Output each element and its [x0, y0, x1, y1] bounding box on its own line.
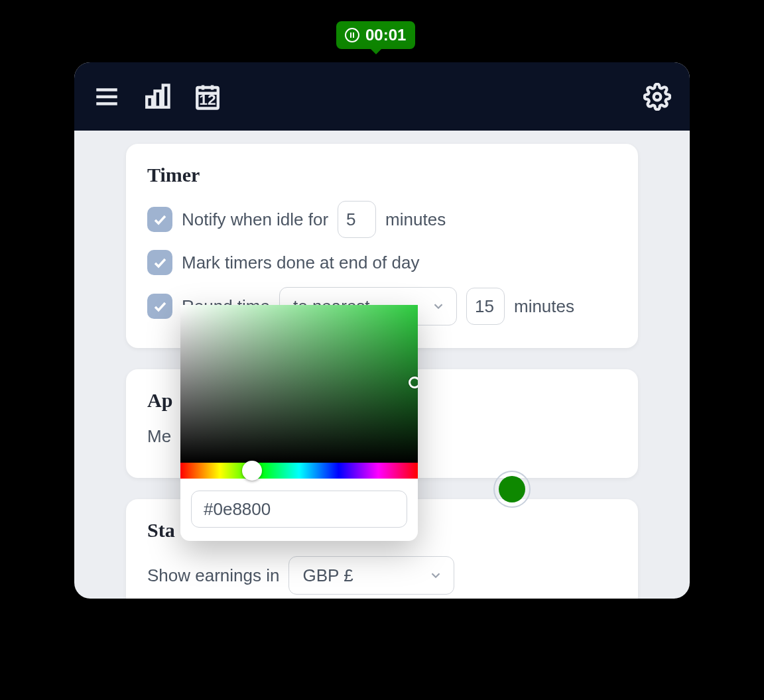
hue-thumb[interactable]	[242, 461, 262, 481]
round-checkbox[interactable]	[147, 294, 172, 319]
saturation-field[interactable]	[180, 305, 418, 463]
calendar-icon[interactable]: 12	[194, 83, 222, 111]
idle-minutes-input[interactable]	[338, 201, 376, 238]
color-swatch-inner	[499, 476, 525, 502]
color-swatch[interactable]	[493, 471, 531, 508]
idle-label-pre: Notify when idle for	[182, 209, 328, 230]
earnings-row: Show earnings in GBP £	[147, 556, 617, 595]
idle-checkbox[interactable]	[147, 207, 172, 232]
menu-icon[interactable]	[93, 83, 121, 111]
earnings-label: Show earnings in	[147, 565, 279, 586]
gear-icon[interactable]	[643, 83, 671, 111]
menu-color-label: Me	[147, 426, 171, 447]
mark-done-label: Mark timers done at end of day	[182, 253, 419, 273]
bar-chart-icon[interactable]	[143, 83, 171, 111]
timer-badge[interactable]: 00:01	[336, 21, 415, 49]
svg-rect-1	[350, 32, 351, 38]
chevron-down-icon	[431, 299, 446, 314]
round-unit: minutes	[514, 296, 574, 317]
svg-rect-6	[147, 97, 153, 107]
saturation-cursor[interactable]	[409, 377, 418, 388]
round-minutes-input[interactable]	[466, 288, 505, 325]
idle-label-post: minutes	[385, 209, 446, 230]
color-picker	[180, 305, 418, 541]
hue-slider[interactable]	[180, 463, 418, 479]
svg-rect-7	[155, 91, 161, 107]
svg-text:12: 12	[199, 91, 216, 108]
svg-point-14	[654, 93, 661, 100]
svg-rect-2	[353, 32, 354, 38]
titlebar: 12	[74, 62, 690, 131]
pause-icon	[344, 27, 360, 43]
timer-title: Timer	[147, 164, 617, 186]
svg-rect-8	[163, 85, 169, 107]
currency-select[interactable]: GBP £	[288, 556, 454, 595]
idle-row: Notify when idle for minutes	[147, 201, 617, 238]
chevron-down-icon	[428, 568, 443, 583]
timer-badge-time: 00:01	[365, 26, 406, 44]
mark-done-checkbox[interactable]	[147, 250, 172, 275]
hex-input[interactable]	[191, 491, 407, 528]
svg-point-0	[346, 29, 359, 42]
mark-done-row: Mark timers done at end of day	[147, 250, 617, 275]
